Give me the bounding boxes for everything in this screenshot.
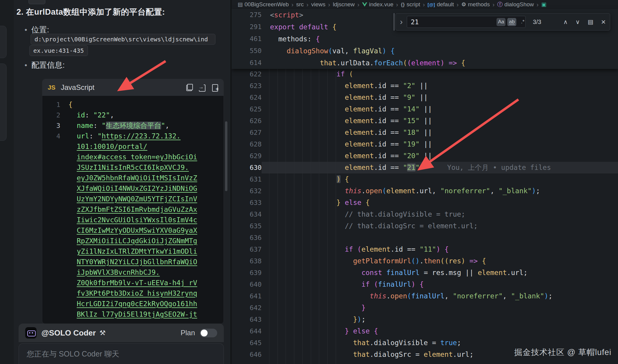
code-line: 641 this.open(finalUrl, "noreferrer", "_… — [232, 290, 618, 302]
breadcrumb-separator: › — [307, 1, 309, 8]
chat-input-placeholder: 您正在与 SOLO Coder 聊天 — [27, 350, 119, 358]
code-line: 628 element.id == "19" || — [232, 138, 618, 150]
code-line: fv3KPt6Ptb3DxioZ_hisynH32rynq — [42, 288, 224, 299]
code-line: 631 ) { — [232, 173, 618, 185]
whole-word-button[interactable]: ab — [507, 18, 516, 26]
bullet-config: •配置信息: — [25, 60, 65, 70]
breadcrumb-item-src[interactable]: src — [296, 1, 304, 8]
bullet-icon: • — [25, 61, 27, 69]
breadcrumb-separator: › — [292, 1, 294, 8]
breadcrumb-item-methods[interactable]: methods — [461, 1, 490, 8]
watermark: 掘金技术社区 @ 草帽lufei — [514, 347, 611, 358]
code-line: 635 // that.dialogSrc = element.url; — [232, 220, 618, 232]
collapsed-card[interactable] — [0, 26, 7, 58]
expand-replace-icon[interactable]: › — [400, 18, 403, 26]
vue-icon — [362, 2, 367, 7]
git-blame-annotation: You, 上个月 • update files — [447, 164, 551, 171]
breadcrumb-separator: › — [328, 1, 330, 8]
file-path-chip[interactable]: ex.vue:431-435 — [29, 45, 88, 56]
find-input-box: Aa ab .* — [407, 16, 526, 28]
copy-icon[interactable] — [186, 84, 193, 91]
code-line: 636 — [232, 232, 618, 244]
collapsed-card[interactable] — [0, 64, 7, 141]
code-line: 634 // that.dialogVisible = true; — [232, 209, 618, 220]
previous-match-icon[interactable]: ∧ — [563, 18, 568, 25]
code-line: 627 element.id == "18" || — [232, 127, 618, 138]
find-in-selection-icon[interactable] — [588, 18, 593, 25]
next-match-icon[interactable]: ∨ — [575, 18, 580, 25]
regex-button[interactable]: .* — [518, 18, 527, 26]
func-icon — [497, 1, 502, 8]
code-line: Iiwic2NvcGUiOlsiYWxsIl0sImV4c — [42, 215, 224, 225]
code-line: 461 methods: { — [232, 33, 618, 45]
bullet-icon: • — [25, 26, 27, 34]
new-file-icon[interactable] — [212, 84, 218, 91]
match-case-button[interactable]: Aa — [496, 18, 506, 26]
plan-label: Plan — [181, 329, 195, 337]
code-line: 624 element.id == "9" || — [232, 92, 618, 103]
layout-icon — [238, 1, 243, 8]
breadcrumb-item-default[interactable]: default — [428, 1, 454, 8]
breadcrumb-separator: › — [537, 1, 539, 8]
file-path-chip[interactable]: d:\project\00BigScreenWeb\src\views\ldjs… — [31, 34, 215, 45]
code-line: 626 element.id == "15" || — [232, 115, 618, 127]
code-line: 632 this.open(element.url, "noreferrer",… — [232, 185, 618, 197]
code-line: yZi1lNzIxLTRlZDMtYTkwYi1mODli — [42, 246, 224, 257]
agent-name: @SOLO Coder — [41, 328, 96, 338]
code-line: XJfaWQiOiI4NWUxZGI2YzJiNDNiOG — [42, 183, 224, 194]
code-block-body: 1{2 id: "22",3 name: "生态环境综合平台",4 url: "… — [42, 96, 224, 320]
code-line: 4 url: "https://223.72.132. — [42, 131, 224, 141]
breadcrumb-item-dialogShow[interactable]: dialogShow — [497, 1, 534, 8]
code-line: 1{ — [42, 99, 224, 110]
code-area[interactable]: 622 if (623 element.id == "2" ||624 elem… — [232, 68, 618, 360]
wrench-icon — [461, 1, 466, 8]
js-badge: JS — [48, 84, 56, 91]
code-line: iJpbWVlX3BvcnRhbCJ9. — [42, 267, 224, 278]
code-line: 2 id: "22", — [42, 110, 224, 120]
breadcrumb: 00BigScreenWeb›src›views›ldjscnew›index.… — [232, 0, 618, 9]
match-count: 3/3 — [533, 19, 541, 25]
plan-toggle[interactable] — [200, 329, 217, 337]
code-line: 101:10010/portal/ — [42, 141, 224, 152]
breadcrumb-item-script[interactable]: script — [401, 1, 420, 8]
chat-footer-header: @SOLO Coder ⚒ Plan — [19, 324, 224, 342]
code-line: 644 } else { — [232, 325, 618, 337]
code-line: 639 const finalUrl = res.msg || element.… — [232, 267, 618, 279]
chat-scrollbar[interactable] — [225, 121, 227, 191]
bullet-location: •位置: — [25, 25, 49, 35]
code-line: CI6MzIwMzYyODUxMSwiYXV0aG9yaX — [42, 225, 224, 236]
code-line: 642 } — [232, 302, 618, 314]
breadcrumb-item-index.vue[interactable]: index.vue — [362, 1, 393, 8]
ide-window: 2. 在urlData数组中添加了新的平台配置: •位置: d:\project… — [0, 0, 618, 364]
breadcrumb-item-views[interactable]: views — [311, 1, 326, 8]
find-input[interactable] — [411, 18, 495, 26]
breadcrumb-item-cube[interactable] — [541, 1, 546, 8]
code-line: BKlIz_l77yDi5El19tjAgSEO2W-jt — [42, 309, 224, 320]
code-line: 638 getPlatformUrl().then((res) => { — [232, 255, 618, 267]
code-line: 640 if (finalUrl) { — [232, 279, 618, 290]
close-icon[interactable]: × — [601, 17, 606, 27]
breadcrumb-separator: › — [493, 1, 495, 8]
breadcrumb-item-ldjscnew[interactable]: ldjscnew — [333, 1, 355, 8]
clipped-chip — [28, 0, 45, 4]
braces-icon — [401, 1, 405, 8]
insert-code-icon[interactable] — [199, 84, 206, 91]
code-line: 643 }); — [232, 314, 618, 325]
find-widget-sash[interactable] — [394, 13, 394, 31]
breadcrumb-separator: › — [457, 1, 459, 8]
chat-heading: 2. 在urlData数组中添加了新的平台配置: — [16, 7, 165, 17]
tools-icon: ⚒ — [99, 329, 106, 337]
default-icon — [428, 1, 435, 8]
code-line: 633 } else { — [232, 197, 618, 209]
code-line: Z0Qk0fbrMb9lv-vT-uEEVa-h4j_rV — [42, 278, 224, 288]
code-line: 622 if ( — [232, 68, 618, 80]
code-line: UzYmY2NDYyNWQ0ZmU5YTFjZCIsInV — [42, 194, 224, 204]
code-line: 637 if (element.id == "11") { — [232, 244, 618, 255]
breadcrumb-item-00BigScreenWeb[interactable]: 00BigScreenWeb — [238, 1, 289, 8]
code-block-card: JS JavaScript 1{2 id: "22",3 name: "生态环境… — [42, 79, 224, 324]
find-widget: › Aa ab .* 3/3 ∧ ∨ × — [395, 13, 610, 31]
chat-input[interactable]: 您正在与 SOLO Coder 聊天 — [19, 343, 224, 364]
code-line: eyJ0ZW5hbnRfaWQiOiItMSIsInVzZ — [42, 173, 224, 183]
code-line: HcrLGDI2i7qng0cE2kRyOQgo161hh — [42, 299, 224, 309]
breadcrumb-separator: › — [357, 1, 359, 8]
